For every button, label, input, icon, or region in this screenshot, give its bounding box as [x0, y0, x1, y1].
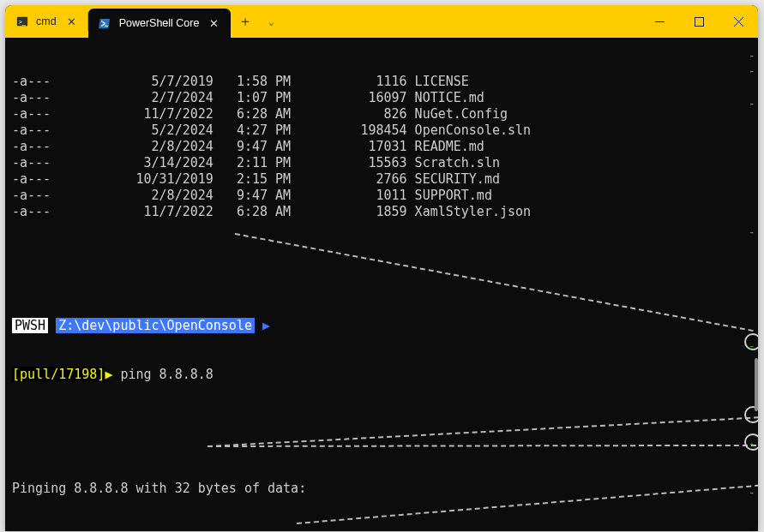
file-row: -a--- 2/8/2024 9:47 AM 1011 SUPPORT.md	[12, 188, 753, 204]
maximize-button[interactable]	[679, 5, 719, 38]
tab-strip: >_ cmd ✕ PowerShell Core ✕ ＋ ⌄	[5, 5, 640, 38]
branch-arrow-icon: ▶	[105, 367, 112, 382]
ping-reply: Reply from 8.8.8.8: bytes=32 time=28ms T…	[12, 529, 753, 531]
tab-label: PowerShell Core	[119, 17, 200, 29]
svg-text:>_: >_	[19, 19, 26, 26]
path-arrow-icon: ▶	[255, 318, 270, 333]
new-tab-button[interactable]: ＋	[231, 5, 260, 38]
tab-label: cmd	[36, 15, 57, 27]
command-text: ping 8.8.8.8	[120, 367, 213, 382]
title-bar: >_ cmd ✕ PowerShell Core ✕ ＋ ⌄	[5, 5, 758, 38]
file-listing: -a--- 5/7/2019 1:58 PM 1116 LICENSE-a---…	[12, 74, 753, 220]
branch-badge: [pull/17198]	[12, 367, 105, 382]
prompt-line: PWSH Z:\dev\public\OpenConsole ▶	[12, 318, 753, 334]
scrollbar[interactable]	[753, 38, 758, 531]
close-button[interactable]	[719, 5, 758, 38]
window-controls	[640, 5, 758, 38]
scrollbar-thumb[interactable]	[755, 358, 758, 411]
connector-line	[208, 445, 758, 447]
app-window: >_ cmd ✕ PowerShell Core ✕ ＋ ⌄	[5, 5, 758, 531]
tab-cmd[interactable]: >_ cmd ✕	[5, 5, 88, 38]
file-row: -a--- 2/7/2024 1:07 PM 16097 NOTICE.md	[12, 90, 753, 106]
file-row: -a--- 5/7/2019 1:58 PM 1116 LICENSE	[12, 74, 753, 90]
tab-powershell-core[interactable]: PowerShell Core ✕	[88, 9, 232, 38]
shell-badge: PWSH	[12, 318, 48, 333]
svg-rect-3	[695, 17, 703, 26]
connector-line	[235, 233, 754, 332]
file-row: -a--- 10/31/2019 2:15 PM 2766 SECURITY.m…	[12, 171, 753, 188]
pwsh-icon	[99, 16, 112, 30]
close-icon[interactable]: ✕	[63, 14, 80, 30]
file-row: -a--- 2/8/2024 9:47 AM 17031 README.md	[12, 139, 753, 155]
terminal-viewport[interactable]: -a--- 5/7/2019 1:58 PM 1116 LICENSE-a---…	[5, 38, 758, 531]
prompt-branch-line: [pull/17198]▶ ping 8.8.8.8	[12, 367, 753, 383]
file-row: -a--- 11/7/2022 6:28 AM 826 NuGet.Config	[12, 106, 753, 123]
tab-dropdown-button[interactable]: ⌄	[260, 5, 282, 38]
path-badge: Z:\dev\public\OpenConsole	[56, 318, 255, 333]
file-row: -a--- 3/14/2024 2:11 PM 15563 Scratch.sl…	[12, 155, 753, 171]
cmd-icon: >_	[15, 15, 29, 28]
file-row: -a--- 5/2/2024 4:27 PM 198454 OpenConsol…	[12, 123, 753, 139]
minimize-button[interactable]	[640, 5, 679, 38]
close-icon[interactable]: ✕	[206, 15, 222, 32]
file-row: -a--- 11/7/2022 6:28 AM 1859 XamlStyler.…	[12, 204, 753, 220]
